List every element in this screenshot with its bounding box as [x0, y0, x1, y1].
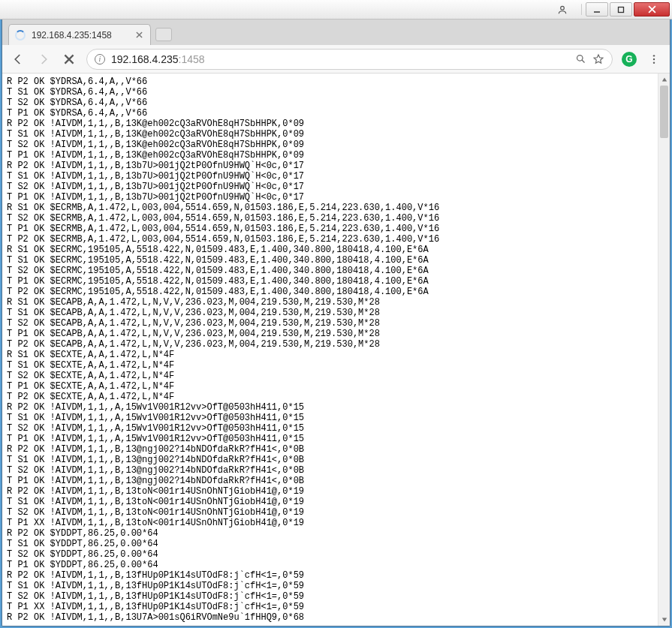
- extension-label: G: [625, 54, 632, 65]
- log-line: T S1 OK $YDRSA,6.4,A,,V*66: [7, 87, 653, 98]
- url-text: 192.168.4.235:1458: [111, 53, 569, 65]
- minimize-icon: [593, 6, 601, 14]
- log-line: T S2 OK $YDDPT,86.25,0.00*64: [7, 549, 653, 560]
- arrow-left-icon: [11, 53, 25, 66]
- log-line: T P1 OK $ECAPB,A,A,1.472,L,N,V,V,236.023…: [7, 329, 653, 339]
- log-line: T S2 OK $ECAPB,A,A,1.472,L,N,V,V,236.023…: [7, 318, 653, 329]
- scroll-thumb[interactable]: [660, 86, 668, 138]
- log-line: T S2 OK $ECXTE,A,A,1.472,L,N*4F: [7, 371, 653, 381]
- log-line: R P2 OK !AIVDM,1,1,,A,15Wv1V001R12vv>OfT…: [7, 402, 653, 413]
- maximize-icon: [617, 6, 625, 14]
- page-body[interactable]: R P2 OK $YDRSA,6.4,A,,V*66T S1 OK $YDRSA…: [2, 74, 658, 626]
- log-line: T P1 OK $ECRMB,A,1.472,L,003,004,5514.65…: [7, 224, 653, 234]
- svg-point-11: [653, 55, 655, 56]
- log-line: R P2 OK $YDDPT,86.25,0.00*64: [7, 528, 653, 539]
- menu-button[interactable]: [646, 51, 662, 68]
- extension-button[interactable]: G: [622, 52, 637, 67]
- log-line: R S1 OK $ECRMB,A,1.472,L,003,004,5514.65…: [7, 203, 653, 213]
- kebab-icon: [648, 53, 660, 65]
- log-line: T P1 OK !AIVDM,1,1,,B,13@ngj002?14bNDOfd…: [7, 476, 653, 486]
- log-line: T S2 OK !AIVDM,1,1,,B,13fHUp0P1K14sUTOdF…: [7, 591, 653, 602]
- x-icon: [64, 54, 74, 65]
- bookmark-button[interactable]: [592, 53, 604, 65]
- arrow-right-icon: [37, 53, 50, 66]
- log-line: R P2 OK !AIVDM,1,1,,B,13fHUp0P1K14sUTOdF…: [7, 570, 653, 581]
- log-line: T S1 OK !AIVDM,1,1,,B,13fHUp0P1K14sUTOdF…: [7, 581, 653, 591]
- search-in-page-button[interactable]: [575, 53, 586, 65]
- x-icon: [136, 32, 143, 38]
- close-button[interactable]: [634, 2, 670, 17]
- log-line: T S2 OK !AIVDM,1,1,,B,13K@eh002cQ3aRVOhE…: [7, 140, 653, 150]
- log-line: T S2 OK $ECRMB,A,1.472,L,003,004,5514.65…: [7, 213, 653, 224]
- log-line: T S1 OK $ECAPB,A,A,1.472,L,N,V,V,236.023…: [7, 308, 653, 318]
- scroll-up-button[interactable]: [658, 74, 670, 86]
- browser-window: 192.168.4.235:1458 i 192.168.4.235:1458: [2, 20, 670, 626]
- log-line: T S2 OK !AIVDM,1,1,,B,13@ngj002?14bNDOfd…: [7, 465, 653, 476]
- titlebar-separator: [581, 4, 582, 15]
- site-info-icon[interactable]: i: [95, 54, 105, 65]
- log-line: T P2 OK $ECRMC,195105,A,5518.422,N,01509…: [7, 287, 653, 297]
- svg-line-10: [582, 60, 584, 62]
- log-line: T S2 OK !AIVDM,1,1,,B,13b7U>001jQ2tP0Ofn…: [7, 182, 653, 192]
- svg-point-12: [653, 58, 655, 59]
- toolbar: i 192.168.4.235:1458 G: [2, 45, 670, 74]
- svg-point-0: [561, 6, 565, 10]
- log-line: T P1 OK !AIVDM,1,1,,B,13b7U>001jQ2tP0Ofn…: [7, 192, 653, 203]
- log-line: T P1 OK $ECRMC,195105,A,5518.422,N,01509…: [7, 276, 653, 287]
- tab-title: 192.168.4.235:1458: [32, 30, 112, 41]
- log-line: R P2 OK !AIVDM,1,1,,B,13K@eh002cQ3aRVOhE…: [7, 119, 653, 129]
- browser-tab[interactable]: 192.168.4.235:1458: [8, 24, 151, 45]
- log-line: R S1 OK $ECAPB,A,A,1.472,L,N,V,V,236.023…: [7, 297, 653, 308]
- svg-point-13: [653, 62, 655, 63]
- url-host: 192.168.4.235: [111, 53, 179, 65]
- log-line: T S2 OK !AIVDM,1,1,,A,15Wv1V001R12vv>OfT…: [7, 423, 653, 434]
- star-icon: [592, 53, 604, 65]
- scroll-down-button[interactable]: [658, 614, 670, 626]
- log-line: R P2 OK !AIVDM,1,1,,B,13b7U>001jQ2tP0Ofn…: [7, 161, 653, 171]
- tab-strip: 192.168.4.235:1458: [2, 20, 670, 45]
- log-line: T P2 OK $ECRMB,A,1.472,L,003,004,5514.65…: [7, 234, 653, 245]
- tab-close-button[interactable]: [134, 32, 144, 38]
- log-line: T S1 OK !AIVDM,1,1,,B,13K@eh002cQ3aRVOhE…: [7, 129, 653, 140]
- viewport: R P2 OK $YDRSA,6.4,A,,V*66T S1 OK $YDRSA…: [2, 74, 670, 626]
- log-line: T S1 OK $YDDPT,86.25,0.00*64: [7, 539, 653, 549]
- chevron-down-icon: [661, 617, 667, 623]
- log-line: T S2 OK $ECRMC,195105,A,5518.422,N,01509…: [7, 266, 653, 276]
- search-icon: [575, 53, 586, 65]
- log-line: T S1 OK !AIVDM,1,1,,A,15Wv1V001R12vv>OfT…: [7, 413, 653, 423]
- chevron-up-icon: [661, 77, 667, 83]
- log-line: R S1 OK $ECRMC,195105,A,5518.422,N,01509…: [7, 245, 653, 255]
- log-line: T P1 OK !AIVDM,1,1,,B,13K@eh002cQ3aRVOhE…: [7, 150, 653, 161]
- vertical-scrollbar[interactable]: [658, 74, 670, 626]
- log-line: T P1 XX !AIVDM,1,1,,B,13fHUp0P1K14sUTOdF…: [7, 602, 653, 612]
- user-icon: [557, 5, 568, 15]
- back-button[interactable]: [10, 51, 26, 68]
- log-line: R P2 OK $YDRSA,6.4,A,,V*66: [7, 77, 653, 87]
- log-line: T P1 XX !AIVDM,1,1,,B,13toN<001r14USnOhN…: [7, 518, 653, 528]
- log-line: T S1 OK !AIVDM,1,1,,B,13toN<001r14USnOhN…: [7, 497, 653, 507]
- maximize-button[interactable]: [610, 2, 632, 17]
- log-line: T P2 OK $ECAPB,A,A,1.472,L,N,V,V,236.023…: [7, 339, 653, 350]
- new-tab-button[interactable]: [155, 28, 172, 41]
- forward-button[interactable]: [35, 51, 52, 68]
- log-line: T P1 OK $YDDPT,86.25,0.00*64: [7, 560, 653, 570]
- log-line: T P1 OK !AIVDM,1,1,,A,15Wv1V001R12vv>OfT…: [7, 434, 653, 444]
- log-line: T P2 OK $ECXTE,A,A,1.472,L,N*4F: [7, 392, 653, 402]
- log-line: R P2 OK !AIVDM,1,1,,B,13U7A>001sQ6iRVOmN…: [7, 612, 653, 623]
- log-line: T S1 OK !AIVDM,1,1,,B,13@ngj002?14bNDOfd…: [7, 455, 653, 465]
- address-bar[interactable]: i 192.168.4.235:1458: [86, 49, 613, 70]
- user-button[interactable]: [551, 2, 574, 17]
- url-port: :1458: [179, 53, 205, 65]
- log-line: T P1 OK $YDRSA,6.4,A,,V*66: [7, 108, 653, 119]
- log-line: T S1 OK !AIVDM,1,1,,B,13b7U>001jQ2tP0Ofn…: [7, 171, 653, 182]
- log-line: R P2 OK !AIVDM,1,1,,B,13@ngj002?14bNDOfd…: [7, 444, 653, 455]
- log-line: T S1 OK $ECRMC,195105,A,5518.422,N,01509…: [7, 255, 653, 266]
- svg-rect-2: [619, 7, 624, 12]
- minimize-button[interactable]: [586, 2, 608, 17]
- stop-button[interactable]: [61, 51, 77, 68]
- close-icon: [648, 5, 656, 14]
- log-line: T S2 OK $YDRSA,6.4,A,,V*66: [7, 98, 653, 108]
- loading-spinner-icon: [15, 30, 26, 41]
- log-line: T P1 OK $ECXTE,A,A,1.472,L,N*4F: [7, 381, 653, 392]
- svg-point-9: [577, 56, 583, 62]
